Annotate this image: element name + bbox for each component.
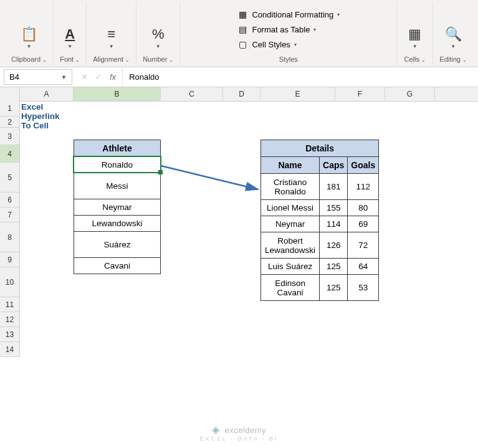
clipboard-button[interactable]: 📋 ▼: [16, 24, 42, 52]
row-header-5[interactable]: 5: [0, 163, 20, 193]
details-caps[interactable]: 181: [320, 174, 348, 200]
number-label: Number ⌄: [143, 55, 173, 63]
percent-icon: %: [152, 26, 165, 42]
hyperlink-arrow: [158, 158, 270, 202]
row-header-8[interactable]: 8: [0, 222, 20, 252]
row-header-12[interactable]: 12: [0, 312, 20, 327]
details-goals[interactable]: 80: [348, 200, 379, 216]
row-header-11[interactable]: 11: [0, 297, 20, 312]
col-header-D[interactable]: D: [223, 87, 261, 101]
conditional-formatting-button[interactable]: ▦ Conditional Formatting ▾: [232, 8, 345, 21]
group-cells: ▦ ▼ Cells ⌄: [397, 2, 433, 65]
enter-icon[interactable]: ✓: [95, 72, 102, 82]
editing-button[interactable]: 🔍 ▼: [440, 24, 467, 52]
row-header-10[interactable]: 10: [0, 267, 20, 297]
fx-icon[interactable]: fx: [110, 72, 116, 82]
details-goals[interactable]: 112: [348, 174, 379, 200]
select-all-corner[interactable]: [0, 87, 20, 101]
alignment-button[interactable]: ≡ ▼: [102, 24, 120, 52]
alignment-label: Alignment ⌄: [93, 55, 130, 63]
athlete-cell[interactable]: Ronaldo: [74, 157, 161, 173]
column-headers: A B C D E F G: [0, 87, 478, 102]
athlete-cell[interactable]: Neymar: [74, 199, 161, 216]
cell-styles-button[interactable]: ▢ Cell Styles ▾: [232, 38, 345, 50]
details-header[interactable]: Details: [261, 140, 379, 157]
details-name[interactable]: Luis Suárez: [261, 259, 320, 275]
details-goals[interactable]: 69: [348, 216, 379, 232]
athlete-cell[interactable]: Lewandowski: [74, 216, 161, 232]
col-header-C[interactable]: C: [161, 87, 223, 101]
details-caps[interactable]: 155: [320, 200, 348, 216]
col-header-G[interactable]: G: [385, 87, 435, 101]
athlete-cell[interactable]: Suárez: [74, 232, 161, 258]
row-headers: 1 2 3 4 5 6 7 8 9 10 11 12 13 14: [0, 101, 20, 357]
row-header-3[interactable]: 3: [0, 128, 20, 145]
name-box[interactable]: B4 ▼: [4, 69, 72, 85]
font-label: Font ⌄: [60, 55, 80, 63]
row-header-2[interactable]: 2: [0, 117, 20, 128]
sheet-title: Excel Hyperlink To Cell: [21, 102, 60, 130]
cells-button[interactable]: ▦ ▼: [403, 24, 426, 52]
clipboard-label: Clipboard ⌄: [11, 55, 47, 63]
details-caps[interactable]: 125: [320, 275, 348, 301]
clipboard-icon: 📋: [21, 26, 37, 42]
row-header-9[interactable]: 9: [0, 252, 20, 267]
cells-label: Cells ⌄: [404, 55, 426, 63]
col-header-F[interactable]: F: [335, 87, 385, 101]
group-styles: ▦ Conditional Formatting ▾ ▤ Format as T…: [180, 2, 397, 65]
font-button[interactable]: A ▼: [60, 24, 80, 52]
svg-line-0: [161, 166, 258, 189]
col-header-A[interactable]: A: [20, 87, 74, 101]
group-editing: 🔍 ▼ Editing ⌄: [433, 2, 473, 65]
format-as-table-icon: ▤: [237, 24, 248, 34]
athlete-cell[interactable]: Messi: [74, 173, 161, 199]
details-caps[interactable]: 126: [320, 232, 348, 259]
format-as-table-button[interactable]: ▤ Format as Table ▾: [232, 23, 345, 36]
details-col-name[interactable]: Name: [261, 157, 320, 174]
conditional-formatting-icon: ▦: [237, 9, 248, 19]
col-header-B[interactable]: B: [74, 87, 161, 101]
chevron-down-icon: ▾: [313, 27, 316, 32]
row-header-13[interactable]: 13: [0, 327, 20, 342]
details-name[interactable]: Lionel Messi: [261, 200, 320, 216]
font-icon: A: [65, 26, 75, 42]
col-header-E[interactable]: E: [261, 87, 335, 101]
number-button[interactable]: % ▼: [147, 24, 170, 52]
athlete-cell[interactable]: Cavani: [74, 258, 161, 274]
details-goals[interactable]: 72: [348, 232, 379, 259]
details-table: Details Name Caps Goals Cristiano Ronald…: [261, 140, 379, 301]
details-caps[interactable]: 114: [320, 216, 348, 232]
formula-input[interactable]: Ronaldo: [122, 67, 478, 87]
worksheet: A B C D E F G 1 2 3 4 5 6 7 8 9 10 11 12…: [0, 87, 478, 102]
details-name[interactable]: Robert Lewandowski: [261, 232, 320, 259]
chevron-down-icon: ▼: [156, 44, 161, 49]
row-header-1[interactable]: 1: [0, 101, 20, 117]
details-caps[interactable]: 125: [320, 259, 348, 275]
chevron-down-icon: ▼: [61, 74, 67, 80]
chevron-down-icon: ▾: [294, 42, 297, 47]
details-name[interactable]: Edinson Cavani: [261, 275, 320, 301]
details-name[interactable]: Cristiano Ronaldo: [261, 174, 320, 200]
details-goals[interactable]: 64: [348, 259, 379, 275]
details-col-caps[interactable]: Caps: [320, 157, 348, 174]
group-font: A ▼ Font ⌄: [54, 2, 87, 65]
athlete-header[interactable]: Athlete: [74, 140, 161, 157]
row-header-14[interactable]: 14: [0, 342, 20, 357]
cancel-icon[interactable]: ✕: [81, 72, 88, 82]
details-col-goals[interactable]: Goals: [348, 157, 379, 174]
cells-icon: ▦: [408, 26, 421, 42]
chevron-down-icon: ▼: [451, 44, 456, 49]
styles-label: Styles: [279, 55, 298, 63]
formula-bar-icons: ✕ ✓ fx: [75, 72, 122, 82]
details-goals[interactable]: 53: [348, 275, 379, 301]
row-header-4[interactable]: 4: [0, 145, 20, 163]
athlete-table: Athlete Ronaldo Messi Neymar Lewandowski…: [74, 140, 161, 274]
editing-label: Editing ⌄: [439, 55, 467, 63]
details-name[interactable]: Neymar: [261, 216, 320, 232]
chevron-down-icon: ▼: [109, 44, 114, 49]
watermark-logo-icon: ◈: [212, 424, 220, 435]
row-header-7[interactable]: 7: [0, 207, 20, 222]
row-header-6[interactable]: 6: [0, 193, 20, 207]
group-alignment: ≡ ▼ Alignment ⌄: [87, 2, 136, 65]
chevron-down-icon: ▾: [337, 12, 340, 17]
